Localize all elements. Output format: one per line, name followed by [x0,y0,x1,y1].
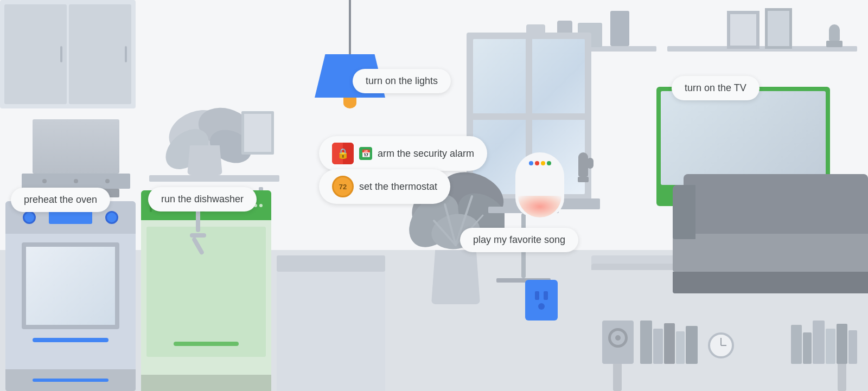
sofa [673,174,868,293]
power-outlet [525,280,558,321]
cactus-decor [575,152,591,180]
shelf-decor-frame2 [765,8,792,49]
speaker [602,321,634,364]
books-group [640,321,698,364]
cabinet-door-right [69,4,131,104]
bubble-thermostat-text: set the thermostat [359,181,437,193]
google-home-device [515,152,564,217]
wall-shelf-plant [155,100,274,187]
security-alarm-icon: 🔒 [332,143,354,164]
bubble-lights: turn on the lights [353,69,451,93]
shelf-decor-frame [727,11,760,49]
oven [5,201,136,391]
clock-decor [708,332,734,358]
bubble-oven: preheat the oven [11,188,110,212]
dishwasher [141,190,271,391]
range-hood [22,119,130,197]
bubble-lights-text: turn on the lights [366,75,438,87]
bubble-thermostat: 72 set the thermostat [319,169,450,204]
shelf-decor-plant-small [822,24,846,52]
bubble-alarm: 🔒 📅 arm the security alarm [319,136,487,171]
kitchen-counter-top [277,255,385,272]
bubble-oven-text: preheat the oven [24,194,97,206]
bubble-dishwasher-text: run the dishwasher [161,194,244,205]
shelf-decor-box2 [610,11,629,46]
oven-window [22,242,119,329]
bubble-dishwasher: run the dishwasher [148,187,257,211]
bubble-song: play my favorite song [460,228,578,252]
bubble-song-text: play my favorite song [473,234,565,246]
oven-knob-left [23,211,36,224]
kitchen-cabinet [0,0,136,119]
kitchen-counter [277,272,385,391]
thermostat-icon: 72 [332,176,354,197]
oven-knob-right [105,211,118,224]
bubble-alarm-text: arm the security alarm [378,148,474,159]
oven-display [49,211,92,224]
cabinet-door-left [4,4,67,104]
bubble-tv-text: turn on the TV [685,82,746,94]
books-right [791,321,857,364]
bubble-tv: turn on the TV [672,76,760,100]
smart-home-scene: turn on the lights 🔒 📅 arm the security … [0,0,868,391]
